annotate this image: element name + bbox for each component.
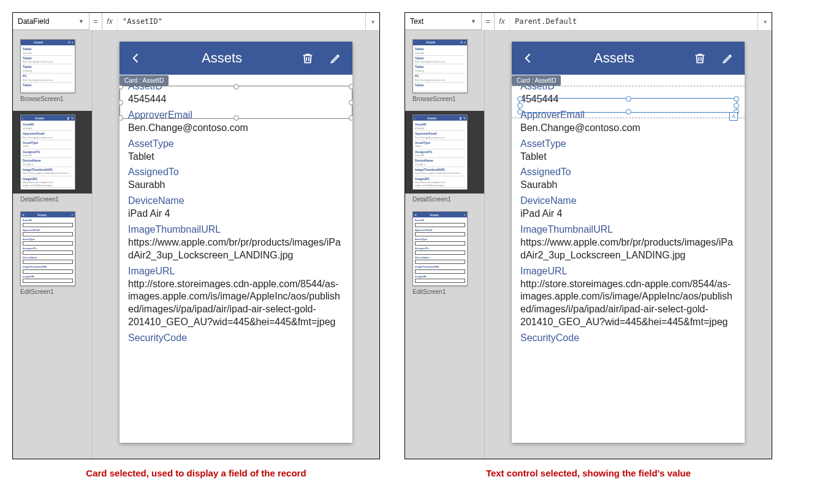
card-tag[interactable]: Card : AssetID bbox=[120, 75, 169, 86]
formula-expand-button[interactable]: ▾ bbox=[365, 13, 379, 30]
field-label: SecurityCode bbox=[520, 333, 736, 344]
field-label: DeviceName bbox=[520, 195, 736, 206]
formula-input[interactable]: "AssetID" bbox=[118, 13, 365, 30]
field-value[interactable]: iPad Air 4 bbox=[520, 208, 736, 220]
thumb-browse-screen[interactable]: Assets⟳+ TabletSaurabh TabletBen.Change@… bbox=[412, 39, 468, 93]
field-value[interactable]: https://www.apple.com/br/pr/products/ima… bbox=[520, 236, 736, 262]
formula-bar: Text ▼ = fx Parent.Default ▾ bbox=[405, 13, 772, 31]
card-top-guide bbox=[512, 86, 745, 86]
thumb-browse-screen[interactable]: Assets⟳+ TabletSaurabh TabletBen.Change@… bbox=[20, 39, 75, 93]
formula-bar: DataField ▼ = fx "AssetID" ▾ bbox=[13, 13, 379, 31]
chevron-down-icon: ▼ bbox=[78, 18, 84, 24]
thumb-label: EditScreen1 bbox=[412, 288, 484, 295]
thumb-edit-screen[interactable]: ✕Assets✓ AssetID ApproverEmail AssetType… bbox=[412, 211, 468, 285]
field-label: AssignedTo bbox=[520, 167, 736, 178]
property-dropdown[interactable]: DataField ▼ bbox=[13, 13, 89, 30]
thumb-label: DetailScreen1 bbox=[412, 196, 484, 203]
back-icon[interactable] bbox=[128, 50, 144, 66]
field-label: ApproverEmail bbox=[128, 110, 344, 121]
canvas[interactable]: Assets Card : AssetID AssetID4545444 App… bbox=[93, 31, 379, 459]
chevron-down-icon: ▼ bbox=[471, 18, 476, 24]
screen-thumbnails: Assets⟳+ TabletSaurabh TabletBen.Change@… bbox=[405, 31, 485, 459]
app-bar: Assets bbox=[512, 42, 745, 75]
field-value[interactable]: https://www.apple.com/br/pr/products/ima… bbox=[128, 236, 344, 262]
field-label: AssignedTo bbox=[128, 167, 344, 178]
field-value[interactable]: 4545444 bbox=[128, 93, 344, 106]
field-value[interactable]: iPad Air 4 bbox=[128, 208, 344, 220]
field-label: AssetType bbox=[128, 138, 344, 149]
field-value[interactable]: Ben.Change@contoso.com bbox=[128, 122, 344, 135]
canvas[interactable]: Assets Card : AssetID AssetID4545444 App… bbox=[485, 31, 772, 459]
thumb-label: BrowseScreen1 bbox=[20, 96, 92, 102]
panel-card-selected: DataField ▼ = fx "AssetID" ▾ Assets⟳+ Ta… bbox=[12, 12, 380, 459]
thumb-label: BrowseScreen1 bbox=[412, 96, 484, 102]
equals-label: = bbox=[89, 13, 102, 30]
property-dropdown[interactable]: Text ▼ bbox=[405, 13, 482, 30]
field-label: ApproverEmail bbox=[520, 110, 736, 121]
field-label: ImageThumbnailURL bbox=[520, 224, 736, 235]
formula-expand-button[interactable]: ▾ bbox=[758, 13, 772, 30]
field-value[interactable]: Ben.Change@contoso.com bbox=[520, 122, 736, 135]
fx-icon[interactable]: fx bbox=[102, 13, 118, 30]
fields: AssetID4545444 ApproverEmailBen.Change@c… bbox=[120, 75, 352, 347]
thumb-detail-screen[interactable]: ‹Assets🗑✎ AssetID4545444 ApproverEmailBe… bbox=[20, 115, 75, 190]
field-label: AssetType bbox=[520, 138, 736, 149]
field-value[interactable]: Saurabh bbox=[128, 179, 344, 192]
formula-input[interactable]: Parent.Default bbox=[510, 13, 758, 30]
field-value[interactable]: Saurabh bbox=[520, 179, 736, 192]
field-label: ImageURL bbox=[520, 266, 736, 277]
equals-label: = bbox=[482, 13, 495, 30]
device-preview: Assets Card : AssetID AssetID4545444 App… bbox=[512, 42, 745, 443]
thumb-detail-screen[interactable]: ‹Assets🗑✎ AssetID4545444 ApproverEmailBe… bbox=[412, 115, 468, 190]
field-value[interactable]: 4545444 bbox=[520, 93, 736, 106]
edit-icon[interactable] bbox=[328, 50, 344, 66]
thumb-label: DetailScreen1 bbox=[20, 196, 92, 203]
field-label: SecurityCode bbox=[128, 333, 344, 344]
field-label: DeviceName bbox=[128, 195, 344, 206]
app-title: Assets bbox=[536, 50, 692, 66]
field-value[interactable]: Tablet bbox=[128, 151, 344, 164]
screen-thumbnails: Assets⟳+ TabletSaurabh TabletBen.Change@… bbox=[13, 31, 93, 459]
thumb-label: EditScreen1 bbox=[20, 288, 92, 295]
app-bar: Assets bbox=[120, 42, 352, 75]
app-title: Assets bbox=[144, 50, 300, 66]
edit-icon[interactable] bbox=[720, 50, 736, 66]
panel-caption: Card selected, used to display a field o… bbox=[86, 468, 306, 478]
field-value[interactable]: Tablet bbox=[520, 151, 736, 164]
card-tag[interactable]: Card : AssetID bbox=[512, 75, 561, 86]
device-preview: Assets Card : AssetID AssetID4545444 App… bbox=[120, 42, 352, 443]
card-bottom-guide bbox=[512, 118, 745, 118]
trash-icon[interactable] bbox=[692, 50, 708, 66]
panel-text-selected: Text ▼ = fx Parent.Default ▾ Assets⟳+ Ta… bbox=[405, 12, 772, 459]
trash-icon[interactable] bbox=[300, 50, 316, 66]
fx-icon[interactable]: fx bbox=[495, 13, 510, 30]
back-icon[interactable] bbox=[520, 50, 536, 66]
field-label: ImageThumbnailURL bbox=[128, 224, 344, 235]
thumb-edit-screen[interactable]: ✕Assets✓ AssetID ApproverEmail AssetType… bbox=[20, 211, 75, 285]
panel-caption: Text control selected, showing the field… bbox=[486, 468, 691, 478]
fields: AssetID4545444 ApproverEmailBen.Change@c… bbox=[512, 75, 745, 347]
field-value[interactable]: http://store.storeimages.cdn-apple.com/8… bbox=[520, 278, 736, 329]
field-value[interactable]: http://store.storeimages.cdn-apple.com/8… bbox=[128, 278, 344, 329]
field-label: ImageURL bbox=[128, 266, 344, 277]
